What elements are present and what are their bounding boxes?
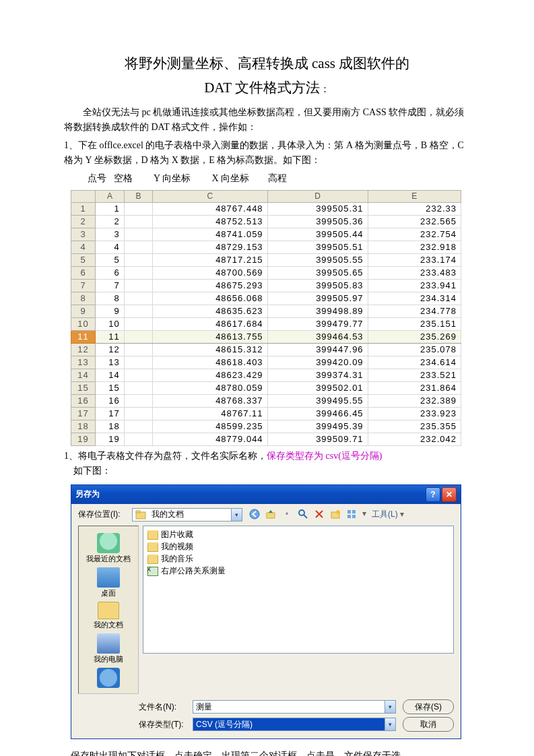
filetype-label: 保存类型(T): [139,719,193,730]
table-row: 131348618.403399420.09234.614 [71,356,461,369]
dropdown-icon[interactable]: ▾ [385,701,395,713]
newfolder-icon[interactable] [330,509,341,519]
excel-file-icon [147,567,158,576]
table-row: 1148767.448399505.31232.33 [71,202,461,215]
place-recent[interactable]: 我最近的文档 [86,530,131,563]
list-item[interactable]: 我的视频 [147,541,449,553]
desktop-icon [97,567,120,588]
table-row: 141448623.429399374.31233.521 [71,369,461,381]
svg-rect-9 [352,510,356,513]
excel-col-header: E [368,190,461,202]
svg-rect-11 [352,515,356,518]
table-row: 7748675.293399505.83233.941 [71,279,461,292]
table-row: 111148613.755399464.53235.269 [71,330,461,343]
folder-icon [135,509,146,520]
place-mypc[interactable]: 我的电脑 [94,631,123,664]
doc-title-2: DAT 文件格式方法： [64,78,470,97]
file-name: 我的视频 [161,541,193,553]
doc-title-1: 将野外测量坐标、高程转换成 cass 成图软件的 [64,54,470,73]
paragraph-step-save: 1、将电子表格文件存为盘符，文件名实际名称，保存类型存为 csv(逗号分隔) 如… [64,449,470,479]
svg-rect-8 [347,510,351,513]
place-desktop[interactable]: 桌面 [97,565,120,598]
table-row: 4448729.153399505.51232.918 [71,241,461,253]
file-name: 右岸公路关系测量 [161,565,226,577]
excel-col-header: A [96,190,125,202]
save-in-label: 保存位置(I): [78,509,132,520]
paragraph-intro: 全站仪无法与 pc 机做通讯连接或其他坐标数据高程，但又要用南方 CASS 软件… [64,105,470,135]
dropdown-icon[interactable]: ▾ [231,509,242,521]
help-button[interactable]: ? [426,487,440,502]
paragraph-after-save: 保存时出现如下对话框，点击确定，出现第二个对话框，点击是，文件保存于选 [71,749,470,756]
table-row: 2248752.513399505.36232.565 [71,215,461,228]
toolbar-icons: • ▾ 工具(L) ▾ [249,509,404,520]
list-item[interactable]: 图片收藏 [147,529,449,541]
list-item[interactable]: 我的音乐 [147,553,449,565]
file-name: 我的音乐 [161,553,193,565]
table-row: 171748767.11399466.45233.923 [71,407,461,420]
filename-input[interactable]: 测量 ▾ [193,700,396,714]
save-as-dialog: 另存为 ? ✕ 保存位置(I): 我的文档 ▾ • ▾ [71,484,461,740]
search-icon[interactable] [298,509,308,519]
table-row: 121248615.312399447.96235.078 [71,343,461,356]
excel-col-header [71,190,96,202]
place-mydocs[interactable]: 我的文档 [94,599,123,629]
dialog-titlebar: 另存为 ? ✕ [71,485,461,504]
folder-icon [147,542,158,552]
excel-table: ABCDE 1148767.448399505.31232.332248752.… [71,190,461,446]
excel-col-header: B [124,190,153,202]
svg-rect-3 [267,513,275,518]
places-bar: 我最近的文档 桌面 我的文档 我的电脑 [78,526,139,695]
mydocs-icon [98,602,119,619]
folder-icon [147,530,158,540]
filetype-select[interactable]: CSV (逗号分隔) ▾ [193,718,396,731]
delete-icon[interactable] [314,509,325,519]
recent-icon [97,533,120,553]
excel-col-header: D [267,190,368,202]
table-row: 5548717.215399505.55233.174 [71,253,461,266]
close-button[interactable]: ✕ [442,487,457,502]
dialog-title: 另存为 [75,489,100,500]
tools-menu[interactable]: 工具(L) ▾ [372,509,404,520]
file-list[interactable]: 图片收藏我的视频我的音乐右岸公路关系测量 [143,526,454,654]
table-row: 3348741.059399505.44232.754 [71,228,461,241]
mypc-icon [97,633,120,654]
save-in-value: 我的文档 [149,509,231,520]
views-icon[interactable] [346,509,357,519]
table-row: 101048617.684399479.77235.151 [71,317,461,330]
save-button[interactable]: 保存(S) [403,699,454,714]
up-icon[interactable] [265,509,276,519]
table-row: 8848656.068399505.97234.314 [71,292,461,305]
table-row: 161648768.337399495.55232.389 [71,394,461,407]
svg-point-4 [299,510,304,515]
folder-icon [147,555,158,564]
svg-rect-1 [136,511,140,513]
file-name: 图片收藏 [161,529,193,540]
svg-point-2 [250,509,259,519]
table-row: 6648700.569399505.65233.483 [71,266,461,279]
svg-rect-10 [347,515,351,518]
network-icon [97,668,120,688]
table-row: 191948779.044399509.71232.042 [71,433,461,445]
back-icon[interactable] [249,509,260,519]
excel-col-header: C [153,190,267,202]
list-item[interactable]: 右岸公路关系测量 [147,565,449,577]
table-row: 151548780.059399502.01231.864 [71,381,461,394]
cancel-button[interactable]: 取消 [403,717,454,732]
dropdown-icon[interactable]: ▾ [385,718,395,730]
table-row: 9948635.623399498.89234.778 [71,305,461,317]
svg-point-7 [336,510,340,514]
column-labels: 点号 空格 Y 向坐标 X 向坐标 高程 [64,171,470,186]
paragraph-step1: 1、下在 offlce.excel 的电子表格中录入测量的数据，具体录入为：第 … [64,138,470,168]
save-in-select[interactable]: 我的文档 ▾ [132,508,242,522]
table-row: 181848599.235399495.39235.355 [71,420,461,433]
svg-line-5 [304,515,307,518]
filename-label: 文件名(N): [139,701,193,713]
place-network[interactable] [97,665,120,689]
